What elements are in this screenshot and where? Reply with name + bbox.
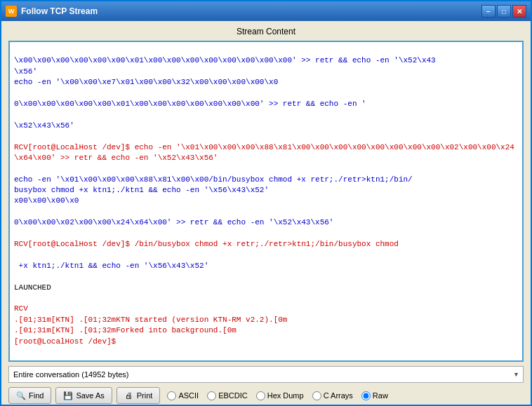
raw-radio-label[interactable]: Raw (361, 391, 388, 400)
hexdump-radio[interactable] (256, 391, 265, 400)
follow-tcp-stream-window: W Follow TCP Stream − □ ✕ Stream Content… (0, 0, 532, 406)
stream-line: 0\x00\x00\x00\x00\x00\x01\x00\x00\x00\x0… (14, 100, 366, 130)
stream-line: LAUNCHED (14, 283, 51, 292)
svg-text:W: W (8, 8, 15, 15)
maximize-button[interactable]: □ (497, 5, 511, 18)
raw-radio[interactable] (361, 391, 371, 400)
save-icon (63, 391, 73, 400)
hexdump-radio-label[interactable]: Hex Dump (256, 391, 304, 400)
window-title: Follow TCP Stream (21, 6, 481, 16)
window-close-button[interactable]: ✕ (512, 5, 526, 18)
save-as-button[interactable]: Save As (55, 387, 112, 404)
conversation-dropdown-wrapper: Entire conversation (14952 bytes) (8, 366, 524, 383)
ebcdic-radio[interactable] (207, 391, 216, 400)
print-icon (124, 391, 134, 400)
stream-line: RCV[root@LocalHost /dev]$ echo -en '\x01… (14, 143, 514, 162)
main-content: Stream Content \x00\x00\x00\x00\x00\x00\… (1, 21, 531, 406)
stream-line: echo -en '\x01\x00\x00\x00\x88\x81\x00\x… (14, 175, 413, 227)
window-controls: − □ ✕ (481, 5, 526, 18)
stream-dropdown-bar: Entire conversation (14952 bytes) (8, 366, 524, 383)
ascii-radio[interactable] (167, 391, 176, 400)
stream-line: \x56' echo -en '\x00\x00\xe7\x01\x00\x00… (14, 67, 278, 86)
stream-text-block: \x00\x00\x00\x00\x00\x00\x01\x00\x00\x00… (14, 45, 518, 358)
encoding-radio-group: ASCII EBCDIC Hex Dump C Arrays Raw (167, 391, 387, 400)
find-button[interactable]: Find (8, 387, 51, 404)
titlebar: W Follow TCP Stream − □ ✕ (1, 1, 531, 21)
action-buttons-row: Find Save As Print ASCII EBCDIC (8, 387, 524, 404)
carrays-radio[interactable] (312, 391, 321, 400)
ebcdic-radio-label[interactable]: EBCDIC (207, 391, 248, 400)
conversation-dropdown[interactable]: Entire conversation (14952 bytes) (8, 366, 524, 383)
stream-line: RCV[root@LocalHost /dev]$ /bin/busybox c… (14, 240, 399, 248)
stream-content-area[interactable]: \x00\x00\x00\x00\x00\x00\x01\x00\x00\x00… (8, 41, 524, 362)
find-icon (16, 391, 26, 400)
carrays-radio-label[interactable]: C Arrays (312, 391, 353, 400)
stream-line: +x ktn1;./ktn1 && echo -en '\x56\x43\x52… (14, 262, 208, 270)
print-button[interactable]: Print (117, 387, 161, 404)
stream-content-label: Stream Content (8, 27, 524, 36)
ascii-radio-label[interactable]: ASCII (167, 391, 199, 400)
minimize-button[interactable]: − (481, 5, 496, 18)
stream-line: \x00\x00\x00\x00\x00\x00\x01\x00\x00\x00… (14, 56, 436, 65)
stream-line: RCV .[01;31m[KTN] .[01;32mKTN started (v… (14, 304, 287, 345)
window-icon: W (6, 6, 17, 17)
